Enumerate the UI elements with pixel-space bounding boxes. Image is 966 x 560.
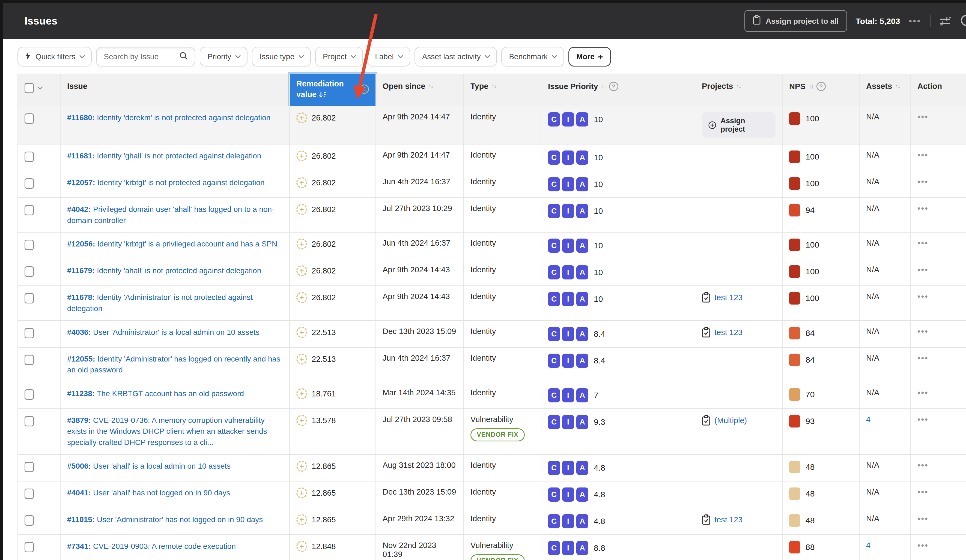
row-checkbox[interactable] xyxy=(25,355,34,365)
row-actions-button[interactable]: ••• xyxy=(917,204,928,213)
issue-title-link[interactable]: User 'Administrator' has not logged on i… xyxy=(97,515,263,524)
filter-priority[interactable]: Priority xyxy=(200,47,248,67)
refresh-icon[interactable] xyxy=(959,15,966,28)
column-header-issue[interactable]: Issue xyxy=(60,74,289,106)
column-header-remediation-value[interactable]: Remediation value ? xyxy=(289,74,376,106)
filter-label[interactable]: Label xyxy=(367,47,410,67)
issue-title-link[interactable]: Identity 'krbtgt' is a privileged accoun… xyxy=(97,240,278,248)
row-checkbox[interactable] xyxy=(25,293,34,303)
row-actions-button[interactable]: ••• xyxy=(917,461,928,470)
search-input[interactable]: Search by Issue xyxy=(96,47,196,67)
issue-title-link[interactable]: Privileged domain user 'ahall' has logge… xyxy=(67,205,274,225)
integrity-badge: I xyxy=(562,388,574,403)
row-actions-button[interactable]: ••• xyxy=(917,292,928,301)
quick-filters-button[interactable]: Quick filters xyxy=(18,47,92,67)
issue-title-link[interactable]: The KRBTGT account has an old password xyxy=(97,389,244,398)
issue-id-link[interactable]: #11238: xyxy=(67,389,95,398)
column-header-type[interactable]: Type↑↓ xyxy=(463,74,541,106)
issue-id-link[interactable]: #4036: xyxy=(67,328,91,336)
row-checkbox[interactable] xyxy=(25,328,34,338)
filter-benchmark[interactable]: Benchmark xyxy=(501,47,564,67)
more-filters-button[interactable]: More + xyxy=(568,47,611,67)
filter-project[interactable]: Project xyxy=(315,47,363,67)
row-checkbox[interactable] xyxy=(25,266,34,277)
column-header-projects[interactable]: Projects↑↓ xyxy=(695,74,782,106)
row-actions-button[interactable]: ••• xyxy=(917,514,928,523)
column-header-issue-priority[interactable]: Issue Priority↑↓? xyxy=(541,74,695,106)
row-checkbox[interactable] xyxy=(25,515,34,526)
row-checkbox[interactable] xyxy=(25,205,34,215)
issue-title-link[interactable]: User 'ahall' has not logged on in 90 day… xyxy=(93,489,230,497)
column-settings-icon[interactable] xyxy=(939,16,951,26)
row-actions-button[interactable]: ••• xyxy=(917,239,928,247)
project-link[interactable]: test 123 xyxy=(702,292,743,303)
overflow-menu-button[interactable]: ••• xyxy=(909,16,921,26)
issue-id-link[interactable]: #11679: xyxy=(67,266,95,275)
row-checkbox[interactable] xyxy=(25,113,34,124)
issue-id-link[interactable]: #5006: xyxy=(67,462,91,470)
issue-title-link[interactable]: Identity 'Administrator' has logged on r… xyxy=(67,355,280,374)
issue-id-link[interactable]: #4041: xyxy=(67,489,91,497)
issue-id-link[interactable]: #12057: xyxy=(67,178,95,187)
help-icon[interactable]: ? xyxy=(609,82,618,91)
row-checkbox[interactable] xyxy=(25,389,34,400)
issue-title-link[interactable]: Identity 'derekm' is not protected again… xyxy=(97,113,270,122)
issue-id-link[interactable]: #4042: xyxy=(67,205,91,213)
remediation-value-cell: + 26.802 xyxy=(289,106,376,144)
table-row: #12056: Identity 'krbtgt' is a privilege… xyxy=(18,232,966,259)
row-checkbox[interactable] xyxy=(25,489,34,499)
issue-title-link[interactable]: CVE-2019-0903: A remote code execution xyxy=(93,542,236,550)
row-checkbox[interactable] xyxy=(25,416,34,426)
type-cell: Identity xyxy=(463,198,541,232)
issue-id-link[interactable]: #7341: xyxy=(67,542,91,550)
row-checkbox[interactable] xyxy=(25,542,34,552)
row-actions-button[interactable]: ••• xyxy=(917,354,928,363)
issue-title-link[interactable]: Identity 'Administrator' is not protecte… xyxy=(67,293,253,313)
issue-title-link[interactable]: Identity 'ahall' is not protected agains… xyxy=(97,266,261,275)
confidentiality-badge: C xyxy=(548,388,560,403)
select-all-checkbox[interactable] xyxy=(25,83,34,93)
issue-id-link[interactable]: #12055: xyxy=(67,355,95,363)
row-checkbox[interactable] xyxy=(25,152,34,162)
column-header-nps[interactable]: NPS↑↓? xyxy=(782,74,859,106)
filter-issue-type[interactable]: Issue type xyxy=(252,47,311,67)
project-link[interactable]: (Multiple) xyxy=(702,415,747,426)
column-header-assets[interactable]: Assets↑↓ xyxy=(859,74,910,106)
help-icon[interactable]: ? xyxy=(816,82,826,91)
issue-title-link[interactable]: User 'Administrator' is a local admin on… xyxy=(93,328,260,336)
row-actions-button[interactable]: ••• xyxy=(917,177,928,186)
row-checkbox[interactable] xyxy=(25,462,34,472)
chevron-down-icon[interactable] xyxy=(38,84,43,90)
issue-id-link[interactable]: #11015: xyxy=(67,515,95,524)
project-link[interactable]: test 123 xyxy=(702,327,743,338)
issue-id-link[interactable]: #11678: xyxy=(67,293,95,301)
filter-asset-last-activity[interactable]: Asset last activity xyxy=(414,47,497,67)
project-link[interactable]: test 123 xyxy=(702,514,743,525)
row-actions-button[interactable]: ••• xyxy=(917,265,928,274)
clipboard-check-icon xyxy=(702,292,711,303)
row-actions-button[interactable]: ••• xyxy=(917,327,928,336)
issue-id-link[interactable]: #3879: xyxy=(67,416,91,424)
row-actions-button[interactable]: ••• xyxy=(917,151,928,159)
issue-id-link[interactable]: #11681: xyxy=(67,152,95,160)
issue-title-link[interactable]: Identity 'ghall' is not protected agains… xyxy=(97,152,261,160)
assign-project-to-all-button[interactable]: Assign project to all xyxy=(744,10,847,32)
issue-title-link[interactable]: User 'ahall' is a local admin on 10 asse… xyxy=(93,462,231,470)
help-icon[interactable]: ? xyxy=(360,85,369,94)
issue-title-link[interactable]: CVE-2019-0736: A memory corruption vulne… xyxy=(67,416,267,447)
row-checkbox[interactable] xyxy=(25,240,34,250)
issue-id-link[interactable]: #12056: xyxy=(67,240,95,248)
assign-project-button[interactable]: Assign project xyxy=(702,112,775,138)
assign-project-label: Assign project xyxy=(720,117,769,134)
issue-id-link[interactable]: #11680: xyxy=(67,113,95,122)
row-actions-button[interactable]: ••• xyxy=(917,388,928,397)
row-actions-button[interactable]: ••• xyxy=(917,415,928,424)
row-actions-button[interactable]: ••• xyxy=(917,112,928,121)
issue-title-link[interactable]: Identity 'krbtgt' is not protected again… xyxy=(97,178,265,187)
table-row: #3879: CVE-2019-0736: A memory corruptio… xyxy=(18,409,966,455)
row-checkbox[interactable] xyxy=(25,178,34,189)
column-header-open-since[interactable]: Open since↑↓ xyxy=(376,74,463,106)
row-actions-button[interactable]: ••• xyxy=(917,488,928,496)
assets-cell: N/A xyxy=(859,171,910,198)
row-actions-button[interactable]: ••• xyxy=(917,541,928,550)
